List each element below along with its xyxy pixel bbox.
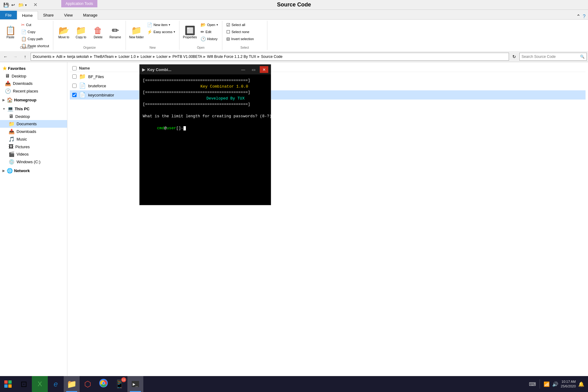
copy-path-button[interactable]: 📋 Copy path [20, 36, 51, 42]
select-none-button[interactable]: ☐ Select none [225, 28, 265, 35]
invert-selection-button[interactable]: ⊟ Invert selection [225, 36, 265, 42]
close-button[interactable]: ✕ [28, 0, 42, 10]
sidebar-item-videos[interactable]: 🎬 Videos [0, 150, 67, 158]
properties-button[interactable]: 🔲 Properties [182, 21, 198, 43]
file-checkbox[interactable] [72, 74, 77, 79]
taskbar-whatsapp[interactable]: 📱 11 [111, 376, 127, 392]
taskbar-terminal[interactable]: ▶_ [127, 376, 143, 392]
breadcrumb-locker10[interactable]: Locker 1.0 [119, 55, 136, 59]
edit-icon: ✏ [201, 29, 204, 34]
new-folder-button[interactable]: 📁 New folder [128, 21, 144, 43]
terminal-maximize-btn[interactable]: ▭ [249, 66, 258, 73]
sidebar-favorites-header[interactable]: ★ Favorites [0, 65, 67, 72]
forward-button[interactable]: → [11, 52, 20, 61]
back-button[interactable]: ← [1, 52, 10, 61]
pictures-icon: 🖼 [9, 144, 13, 149]
refresh-button[interactable]: ↻ [510, 53, 518, 61]
breadcrumb-kerja[interactable]: kerja sekolah [67, 55, 89, 59]
breadcrumb-wifi[interactable]: Wifi Brute Force 1.1.2 By TUX [207, 55, 256, 59]
sidebar-item-music[interactable]: 🎵 Music [0, 135, 67, 143]
sidebar-item-desktop-pc[interactable]: 🖥 Desktop [0, 113, 67, 120]
sep2: ► [63, 55, 67, 59]
star-icon: ★ [2, 66, 7, 71]
windows-icon: 💿 [9, 159, 15, 165]
history-icon: 🕐 [201, 36, 206, 41]
breadcrumb-phtb[interactable]: PHTB V1.00BETA [172, 55, 202, 59]
sidebar-item-downloads-pc[interactable]: 📥 Downloads [0, 128, 67, 135]
sidebar-homegroup-header[interactable]: ▶ 🏠 Homegroup [0, 96, 67, 104]
cut-button[interactable]: ✂ Cut [20, 21, 51, 28]
search-box[interactable]: 🔍 [519, 53, 587, 61]
terminal-close-btn[interactable]: ✕ [260, 66, 268, 73]
tab-home[interactable]: Home [17, 11, 38, 20]
address-bar[interactable]: Documents ► Adli ► kerja sekolah ► TheBA… [31, 53, 509, 61]
terminal-prompt-text: cmd [157, 126, 164, 130]
tab-file[interactable]: File [0, 11, 17, 19]
quick-save-btn[interactable]: 💾 [2, 2, 9, 8]
ribbon-content: 📋 Paste ✂ Cut 📄 Copy 📋 Copy p [0, 20, 588, 51]
tab-manage[interactable]: Manage [78, 11, 103, 19]
up-button[interactable]: ↑ [21, 52, 29, 61]
quick-access-dropdown[interactable]: ▾ [24, 3, 27, 7]
quick-undo-btn[interactable]: ↩ [10, 2, 17, 8]
history-button[interactable]: 🕐 History [199, 36, 220, 42]
breadcrumb-adli[interactable]: Adli [56, 55, 62, 59]
taskbar-filezilla[interactable]: ⬡ [80, 376, 96, 392]
sidebar-item-recent[interactable]: 🕐 Recent places [0, 87, 67, 95]
taskbar-task-view[interactable]: ⊡ [16, 376, 32, 392]
rename-button[interactable]: ✏ Rename [107, 21, 123, 43]
sep6: ► [152, 55, 156, 59]
copy-button[interactable]: 📄 Copy [20, 28, 51, 35]
breadcrumb-locker2[interactable]: Locker [156, 55, 168, 59]
easy-access-button[interactable]: ⚡ Easy access ▾ [145, 28, 177, 35]
sidebar-item-windows[interactable]: 💿 Windows (C:) [0, 158, 67, 166]
terminal-minimize-btn[interactable]: — [239, 66, 247, 73]
homegroup-icon: 🏠 [7, 97, 13, 103]
copy-to-button[interactable]: 📁 Copy to [73, 21, 89, 43]
breadcrumb-thebateam[interactable]: TheBATeam [94, 55, 114, 59]
paste-button[interactable]: 📋 Paste [2, 21, 18, 43]
keyboard-icon[interactable]: ⌨ [529, 381, 536, 387]
network-icon-taskbar[interactable]: 📶 [544, 381, 550, 387]
sidebar-item-documents[interactable]: 📁 Documents [0, 120, 67, 128]
move-to-button[interactable]: 📂 Move to [56, 21, 72, 43]
file-checkbox[interactable] [72, 84, 77, 88]
open-button[interactable]: 📂 Open ▾ [199, 21, 220, 28]
volume-icon[interactable]: 🔊 [552, 381, 558, 387]
notification-icon[interactable]: 🔔 [578, 381, 584, 387]
taskbar-time[interactable]: 10:17 AM 25/6/2020 [561, 379, 576, 389]
search-icon[interactable]: 🔍 [580, 55, 585, 59]
file-checkbox-selected[interactable] [72, 93, 77, 97]
copy-label: Copy [28, 30, 36, 34]
ribbon-help-btn[interactable]: ? [583, 14, 586, 19]
sidebar-item-pictures[interactable]: 🖼 Pictures [0, 143, 67, 150]
breadcrumb-locker1[interactable]: Locker [141, 55, 152, 59]
taskbar-excel[interactable]: X [32, 376, 48, 392]
tab-share[interactable]: Share [38, 11, 59, 19]
sidebar-thispc-header[interactable]: ▼ 💻 This PC [0, 105, 67, 113]
breadcrumb-source[interactable]: Source Code [261, 55, 282, 59]
delete-button[interactable]: 🗑 Delete [90, 21, 106, 43]
select-none-label: Select none [232, 30, 249, 34]
sidebar-network-header[interactable]: ▶ 🌐 Network [0, 167, 67, 175]
select-all-button[interactable]: ☑ Select all [225, 21, 265, 28]
new-item-button[interactable]: 📄 New item ▾ [145, 21, 177, 28]
breadcrumb-documents[interactable]: Documents [33, 55, 51, 59]
videos-label: Videos [17, 152, 29, 156]
start-button[interactable] [0, 376, 16, 392]
edit-button[interactable]: ✏ Edit [199, 28, 220, 35]
select-all-checkbox[interactable] [72, 66, 77, 70]
sidebar-item-desktop-fav[interactable]: 🖥 Desktop [0, 72, 67, 80]
tab-view[interactable]: View [59, 11, 78, 19]
taskbar-file-explorer[interactable]: 📁 [64, 376, 80, 392]
thispc-arrow: ▼ [2, 107, 6, 111]
search-input[interactable] [522, 55, 579, 59]
taskbar-chrome[interactable] [96, 376, 111, 392]
ribbon-collapse-btn[interactable]: ⌃ [576, 13, 580, 19]
taskbar-ie[interactable]: e [48, 376, 64, 392]
select-col: ☑ Select all ☐ Select none ⊟ Invert sele… [225, 21, 265, 47]
sidebar-item-downloads-fav[interactable]: 📥 Downloads [0, 80, 67, 87]
open-label: Open [197, 46, 204, 49]
title-bar: 💾 ↩ 📁 ▾ Application Tools Source Code — … [0, 0, 588, 10]
quick-folder-btn[interactable]: 📁 [17, 2, 24, 8]
